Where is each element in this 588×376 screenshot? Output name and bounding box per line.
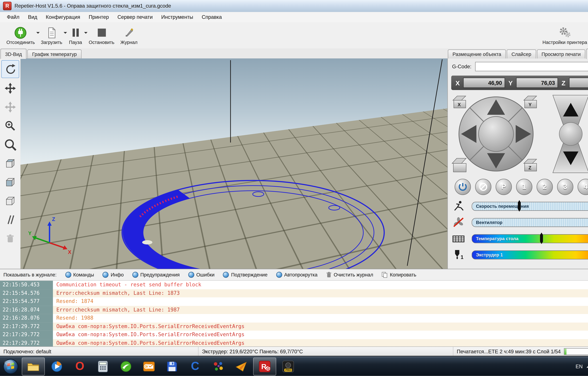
menu-print-server[interactable]: Сервер печати [113,13,157,21]
log-row: 22:15:54.577Resend: 1874 [0,297,588,306]
taskbar-calculator[interactable] [92,358,114,375]
taskbar-save-app[interactable] [161,358,183,375]
tab-temperature-graph[interactable]: График температур [28,50,82,58]
y-position-value[interactable]: 76,03 [516,78,558,88]
filter-info[interactable]: Инфо [103,272,124,278]
tray-expand-icon[interactable] [587,364,588,368]
tab-print-preview[interactable]: Просмотр печати [537,50,585,58]
preset-1-button[interactable]: 1 [516,179,532,195]
fan-label: Вентилятор [476,220,502,225]
gcode-input[interactable] [475,62,588,71]
preset-2-button[interactable]: 2 [537,179,553,195]
app-icon: R [3,2,11,10]
menu-printer[interactable]: Принтер [85,13,113,21]
menu-file[interactable]: Файл [3,13,24,21]
menu-tools[interactable]: Инструменты [157,13,197,21]
stop-button[interactable]: Остановить [86,25,117,46]
pro-label: PRO [285,368,291,372]
zoom-in-button[interactable] [2,117,19,134]
taskbar-outlook[interactable]: O [138,358,160,375]
tab-object-placement[interactable]: Размещение объекта [448,50,506,58]
home-x-button[interactable]: X [453,96,466,108]
log-time: 22:15:54.576 [0,289,53,297]
home-z-button[interactable]: Z [524,159,537,171]
cube-top-icon [4,157,16,169]
clear-log-button[interactable]: Очистить журнал [326,272,373,278]
window-title: Repetier-Host V1.5.6 - Оправа защитного … [14,3,171,9]
disconnect-button[interactable]: Отсоединить [3,25,38,46]
taskbar-green-app[interactable] [115,358,137,375]
move-object-button[interactable] [2,99,19,116]
bed-temp-label: Температура стола [476,236,518,241]
fan-off-icon [449,216,467,228]
extruder-icon-number: 1 [461,254,463,260]
filter-warnings[interactable]: Предупраждения [132,272,180,278]
start-button[interactable] [0,358,21,375]
taskbar-dots-app[interactable] [207,358,229,375]
zoom-fit-button[interactable] [2,136,19,153]
jog-cluster: X Y Z [451,94,588,175]
taskbar-explorer[interactable] [22,357,45,375]
axis-x-label: X [68,249,71,255]
rotate-view-button[interactable] [1,60,19,78]
print-status-cell: Печатается...ETE 2 ч:49 мин:39 с Слой 1/… [453,347,588,356]
filter-errors[interactable]: Ошибки [188,272,214,278]
home-y-button[interactable]: Y [524,96,537,108]
menu-help[interactable]: Справка [197,13,226,21]
menu-config[interactable]: Конфигурация [42,13,85,21]
pencil-icon [122,26,136,40]
x-position-value[interactable]: 46,90 [463,78,505,88]
tab-3d-view[interactable]: 3D-Вид [0,49,27,59]
taskbar-opera[interactable]: O [69,358,91,375]
power-button[interactable] [455,179,471,195]
extruder-temp-row: 1 Экструдер 1 219,60°C 220 [449,249,588,261]
view-top-button[interactable] [2,155,19,172]
stop-icon [94,26,109,40]
parallel-projection-button[interactable] [2,211,19,228]
bed-temp-slider[interactable]: Температура стола 69,70°C [472,234,588,243]
z-knob[interactable] [559,123,582,146]
viewport-3d[interactable]: Z X Y [21,58,447,269]
extruder-temp-slider[interactable]: Экструдер 1 219,60°C [472,251,588,259]
printer-settings-button[interactable]: Настройки принтера [539,25,588,46]
log-button[interactable]: Журнал [117,25,140,46]
home-all-button[interactable] [452,158,466,172]
coordinate-bar: X 46,90 Y 76,03 Z 0,25 Экструдер 1 [451,76,588,90]
view-front-button[interactable] [2,174,19,191]
axis-y-label: Y [28,230,32,236]
tab-manual-control[interactable]: Управление [586,49,588,59]
preset-4-button[interactable]: 4 [577,179,588,195]
log-message: Error:checksum mismatch, Last Line: 1987 [53,306,588,314]
windows-taskbar: O O C R PRO EN [0,356,588,376]
filter-commands[interactable]: Команды [65,272,94,278]
z-position-value[interactable]: 0,25 [569,78,588,88]
taskbar-pro-app[interactable]: PRO [277,358,299,375]
delete-object-button[interactable] [2,230,19,247]
filter-autoscroll[interactable]: Автопрокрутка [276,272,317,278]
jog-center-knob[interactable] [479,116,513,152]
viewport-overlay: Z X Y [21,58,447,269]
load-label: Загрузить [41,40,62,45]
motors-off-button[interactable] [475,179,491,195]
outlook-icon: O [143,360,155,372]
view-iso-button[interactable] [2,192,19,209]
language-indicator[interactable]: EN [576,363,583,369]
travel-speed-slider[interactable]: Скорость перемещения [472,202,588,211]
park-button[interactable]: P [496,179,512,195]
print-status: Печатается...ETE 2 ч:49 мин:39 с Слой 1/… [457,349,561,355]
preset-3-button[interactable]: 3 [557,179,573,195]
taskbar-plane-app[interactable] [230,358,252,375]
filter-ack[interactable]: Подтверждение [223,272,267,278]
load-button[interactable]: Загрузить [38,25,65,46]
taskbar-c-app[interactable]: C [184,358,206,375]
copy-log-button[interactable]: Копировать [382,272,416,278]
pause-button[interactable]: Пауза [65,25,86,46]
move-view-button[interactable] [2,80,19,97]
log-label: Журнал [120,40,138,45]
taskbar-media-player[interactable] [46,358,68,375]
tab-slicer[interactable]: Слайсер [507,50,536,58]
opera-icon: O [75,360,84,373]
fan-slider[interactable]: Вентилятор [472,218,588,227]
menu-view[interactable]: Вид [24,13,42,21]
taskbar-repetier-host[interactable]: R [253,357,276,375]
